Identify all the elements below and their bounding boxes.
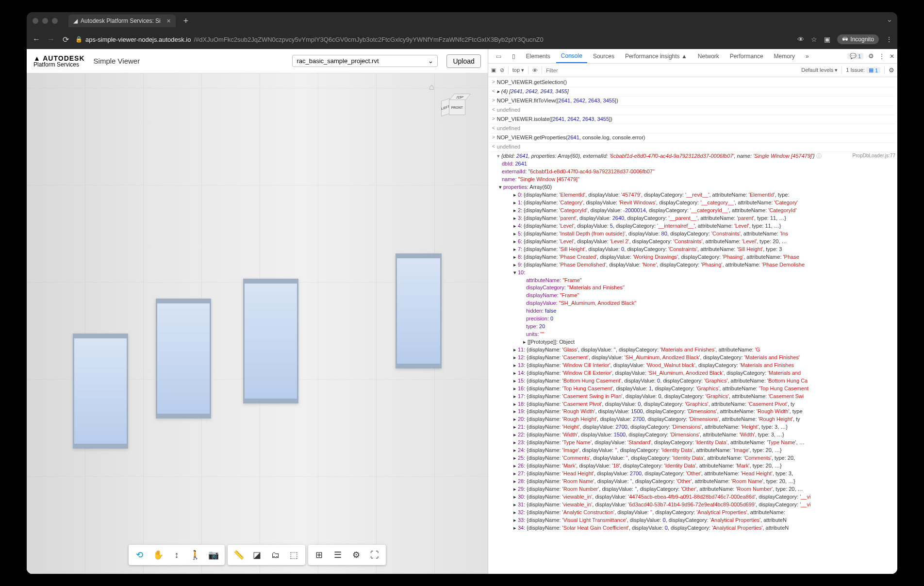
measure-tool[interactable]: 📏 xyxy=(230,547,248,563)
toolbar-model-group: ⊞ ☰ ⚙ ⛶ xyxy=(308,545,386,565)
console-settings-icon[interactable]: ⚙ xyxy=(889,67,894,74)
viewer-canvas[interactable]: ⌂ TOP LEFT FRONT ⟲ ✋ ↕ xyxy=(27,73,488,574)
settings-tool[interactable]: ⚙ xyxy=(347,547,365,563)
inspect-icon[interactable]: ▭ xyxy=(491,50,506,63)
msg-badge[interactable]: 💬 1 xyxy=(847,53,863,59)
object-details: dbId: 2641 externalId: "6cbabf1d-e8d0-47… xyxy=(499,160,895,532)
clear-console-icon[interactable]: ⊘ xyxy=(500,67,504,73)
source-link[interactable]: PropDbLoader.js:77 xyxy=(853,152,895,160)
context-selector[interactable]: top ▾ xyxy=(512,67,524,73)
levels-selector[interactable]: Default levels ▾ xyxy=(801,67,838,73)
brand-main: ▲ AUTODESK xyxy=(33,55,85,62)
filter-input[interactable] xyxy=(546,67,797,73)
page-content: ▲ AUTODESK Platform Services Simple View… xyxy=(27,49,897,574)
tab-sources[interactable]: Sources xyxy=(588,50,619,63)
console-toolbar: ▣ ⊘ top ▾ 👁 Default levels ▾ 1 Issue: ▦ … xyxy=(488,64,897,77)
console-sidebar-icon[interactable]: ▣ xyxy=(491,67,496,73)
extension-icon[interactable]: ▣ xyxy=(824,35,830,43)
upload-button[interactable]: Upload xyxy=(446,54,480,68)
url-field[interactable]: 🔒 aps-simple-viewer-nodejs.autodesk.io/#… xyxy=(75,36,792,43)
kebab-menu-icon[interactable]: ⋮ xyxy=(886,35,892,43)
viewer-title: Simple Viewer xyxy=(94,57,140,65)
viewcube[interactable]: TOP LEFT FRONT xyxy=(439,93,473,122)
tab-performance[interactable]: Performance xyxy=(725,50,768,63)
star-icon[interactable]: ☆ xyxy=(811,35,817,43)
forward-icon[interactable]: → xyxy=(46,35,56,44)
brand-sub: Platform Services xyxy=(33,62,85,67)
tab-console[interactable]: Console xyxy=(556,50,587,63)
incognito-label: Incognito xyxy=(850,36,874,43)
issues-label[interactable]: 1 Issue: ▦ 1 xyxy=(846,67,880,73)
incognito-icon: 🕶 xyxy=(842,36,848,43)
tab-perf-insights[interactable]: Performance insights ▲ xyxy=(620,50,692,63)
devtools-pane: ▭ ▯ Elements Console Sources Performance… xyxy=(488,49,897,574)
console-output[interactable]: >NOP_VIEWER.getSelection()<▸ (4) [2641, … xyxy=(488,77,897,574)
tab-network[interactable]: Network xyxy=(693,50,724,63)
new-tab-button[interactable]: + xyxy=(183,16,189,26)
close-dot[interactable] xyxy=(33,18,38,24)
viewer-toolbar: ⟲ ✋ ↕ 🚶 📷 📏 ◪ 🗂 ⬚ ⊞ ☰ xyxy=(129,545,386,565)
browser-tab[interactable]: ◢ Autodesk Platform Services: Si ✕ xyxy=(68,15,176,27)
window-more-icon[interactable]: › xyxy=(887,20,894,22)
model-browser-tool[interactable]: ⊞ xyxy=(310,547,329,563)
tab-favicon: ◢ xyxy=(73,17,78,24)
model-window-2[interactable] xyxy=(156,299,211,419)
devtools-settings-icon[interactable]: ⚙ xyxy=(868,52,874,60)
section-tool[interactable]: ◪ xyxy=(248,547,266,563)
file-select[interactable]: rac_basic_sample_project.rvt ⌄ xyxy=(292,55,438,67)
max-dot[interactable] xyxy=(52,18,58,24)
toolbar-nav-group: ⟲ ✋ ↕ 🚶 📷 xyxy=(129,545,225,565)
tab-elements[interactable]: Elements xyxy=(521,50,555,63)
home-icon[interactable]: ⌂ xyxy=(429,82,434,92)
titlebar: ◢ Autodesk Platform Services: Si ✕ + › xyxy=(27,12,897,30)
model-window-3[interactable] xyxy=(243,279,298,404)
traffic-lights[interactable] xyxy=(33,18,58,24)
tab-close-icon[interactable]: ✕ xyxy=(166,18,171,24)
eye-icon[interactable]: 👁 xyxy=(532,67,538,73)
pan-tool[interactable]: ✋ xyxy=(149,547,167,563)
eye-off-icon[interactable]: 👁 xyxy=(797,35,804,43)
orbit-tool[interactable]: ⟲ xyxy=(131,547,149,563)
autodesk-logo: ▲ AUTODESK Platform Services xyxy=(33,55,85,67)
app-header: ▲ AUTODESK Platform Services Simple View… xyxy=(27,49,488,73)
devtools-close-icon[interactable]: ✕ xyxy=(890,53,894,60)
min-dot[interactable] xyxy=(42,18,48,24)
incognito-pill: 🕶 Incognito xyxy=(837,34,879,44)
fullscreen-tool[interactable]: ⛶ xyxy=(365,547,384,563)
toolbar-measure-group: 📏 ◪ 🗂 ⬚ xyxy=(228,545,305,565)
viewer-pane: ▲ AUTODESK Platform Services Simple View… xyxy=(27,49,488,574)
model-window-1[interactable] xyxy=(73,334,128,449)
reload-icon[interactable]: ⟳ xyxy=(61,35,70,44)
model-window-4[interactable] xyxy=(396,253,442,368)
lock-icon: 🔒 xyxy=(75,36,82,43)
device-icon[interactable]: ▯ xyxy=(507,50,520,63)
explode-tool[interactable]: 🗂 xyxy=(266,547,285,563)
prop-10-expanded: attributeName: "Frame" displayCategory: … xyxy=(523,277,895,346)
browser-window: ◢ Autodesk Platform Services: Si ✕ + › ←… xyxy=(27,12,897,574)
tab-title: Autodesk Platform Services: Si xyxy=(81,17,161,24)
file-selected-value: rac_basic_sample_project.rvt xyxy=(297,57,379,65)
tab-more[interactable]: » xyxy=(801,50,814,63)
properties-tool[interactable]: ☰ xyxy=(329,547,347,563)
devtools-tabs: ▭ ▯ Elements Console Sources Performance… xyxy=(488,49,897,64)
dropdown-caret-icon: ⌄ xyxy=(428,57,433,65)
url-host: aps-simple-viewer-nodejs.autodesk.io xyxy=(85,36,191,43)
box-tool[interactable]: ⬚ xyxy=(285,547,303,563)
walk-tool[interactable]: 🚶 xyxy=(186,547,204,563)
tab-memory[interactable]: Memory xyxy=(769,50,800,63)
back-icon[interactable]: ← xyxy=(32,35,41,44)
camera-tool[interactable]: 📷 xyxy=(204,547,223,563)
devtools-more-icon[interactable]: ⋮ xyxy=(879,53,885,60)
viewcube-front[interactable]: FRONT xyxy=(449,100,465,115)
zoom-tool[interactable]: ↕ xyxy=(167,547,186,563)
address-bar: ← → ⟳ 🔒 aps-simple-viewer-nodejs.autodes… xyxy=(27,30,897,49)
url-path: /#dXJuOmFkc2sub2JqZWN0czpvcy5vYmplY3Q6cG… xyxy=(194,36,544,43)
